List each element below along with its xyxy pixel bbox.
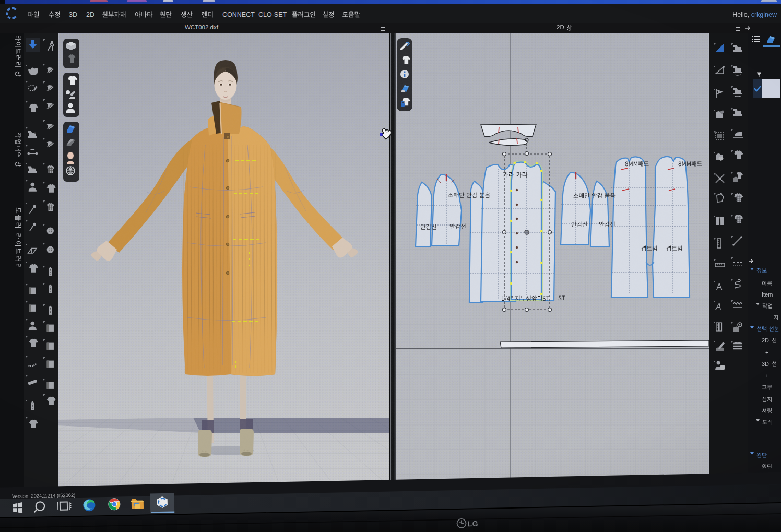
svg-text:LG: LG bbox=[468, 519, 478, 528]
svg-text:Version: 2024.2.214 (r52062): Version: 2024.2.214 (r52062) bbox=[12, 492, 76, 499]
